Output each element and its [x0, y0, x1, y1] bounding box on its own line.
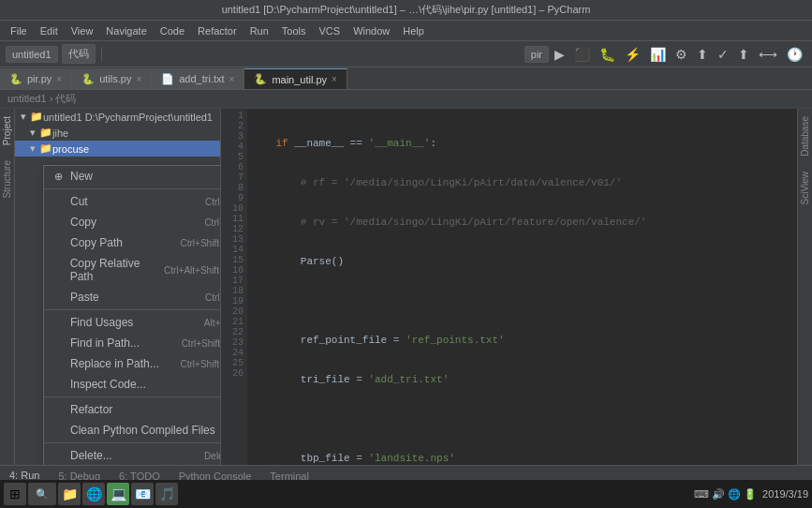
browser-taskbar[interactable]: 🌐 — [82, 483, 105, 505]
ctx-sep-1 — [44, 188, 221, 189]
ctx-copy-relative[interactable]: Copy Relative Path Ctrl+Alt+Shift+C — [44, 253, 221, 287]
ctx-paste-label: Paste — [70, 291, 99, 304]
menu-refactor[interactable]: Refactor — [191, 23, 244, 38]
tab-main-util-icon: 🐍 — [254, 73, 267, 85]
menu-run[interactable]: Run — [244, 23, 275, 38]
tab-main-util-label: main_util.py — [272, 74, 327, 85]
tab-utils-icon: 🐍 — [81, 73, 95, 85]
tab-main-util-close[interactable]: × — [332, 74, 337, 84]
ctx-copy-path[interactable]: Copy Path Ctrl+Shift+C — [44, 232, 221, 253]
tab-add-tri[interactable]: 📄 add_tri.txt × — [152, 68, 244, 89]
ctx-clean-compiled[interactable]: Clean Python Compiled Files — [44, 420, 221, 441]
file-explorer-taskbar[interactable]: 📁 — [58, 483, 81, 505]
ctx-new[interactable]: ⊕ New ▶ — [44, 166, 221, 187]
tab-add-tri-close[interactable]: × — [229, 74, 235, 84]
ctx-find-usages[interactable]: Find Usages Alt+F7 — [44, 312, 221, 333]
tab-pir-close[interactable]: × — [56, 74, 62, 84]
ctx-sep-2 — [44, 309, 221, 310]
menu-bar: File Edit View Navigate Code Refactor Ru… — [0, 21, 812, 41]
tree-item-jihe[interactable]: ▾ 📁 jihe — [15, 125, 220, 141]
menu-file[interactable]: File — [4, 23, 34, 38]
breadcrumb-bar: untitled1 › 代码 — [0, 90, 812, 109]
run-config-label[interactable]: pir — [524, 46, 549, 63]
ctx-delete[interactable]: Delete... Delete — [44, 445, 221, 465]
menu-view[interactable]: View — [65, 23, 100, 38]
tree-project-label: untitled1 D:\PycharmProject\untitled1 — [43, 112, 213, 123]
tree-item-root[interactable]: ▾ 📁 untitled1 D:\PycharmProject\untitled… — [15, 109, 220, 125]
debug-button[interactable]: 🐛 — [596, 46, 619, 63]
tree-jihe-expand: ▾ — [30, 127, 36, 139]
title-bar: untitled1 [D:\PycharmProject\untitled1] … — [0, 0, 812, 21]
ctx-copy-relative-label: Copy Relative Path — [70, 257, 164, 283]
toolbar: untitled1 代码 pir ▶ ⬛ 🐛 ⚡ 📊 ⚙ ⬆ ✓ ⬆ ⟷ 🕐 — [0, 41, 812, 67]
history-button[interactable]: 🕐 — [783, 46, 806, 63]
tree-project-icon: 📁 — [30, 111, 43, 123]
tab-utils[interactable]: 🐍 utils.py × — [72, 68, 152, 89]
ctx-sep-4 — [44, 442, 221, 443]
ctx-replace-in-path-label: Replace in Path... — [70, 357, 159, 370]
line-numbers: 12345 678910 1112131415 1617181920 21222… — [221, 109, 247, 465]
project-selector[interactable]: untitled1 — [6, 46, 58, 63]
right-tab-database[interactable]: Database — [798, 109, 812, 164]
ctx-cut[interactable]: Cut Ctrl+X — [44, 191, 221, 212]
email-taskbar[interactable]: 📧 — [131, 483, 154, 505]
ctx-inspect-code[interactable]: Inspect Code... — [44, 374, 221, 395]
git-update-button[interactable]: ⬆ — [693, 46, 712, 63]
ctx-delete-label: Delete... — [70, 449, 112, 462]
music-taskbar[interactable]: 🎵 — [155, 483, 178, 505]
menu-edit[interactable]: Edit — [34, 23, 65, 38]
ctx-copy-path-shortcut: Ctrl+Shift+C — [181, 238, 221, 248]
ctx-replace-in-path-shortcut: Ctrl+Shift+R — [181, 359, 221, 369]
ctx-delete-shortcut: Delete — [204, 451, 221, 461]
stop-button[interactable]: ⬛ — [570, 46, 594, 63]
tree-jihe-label: jihe — [52, 127, 68, 139]
git-push-button[interactable]: ⬆ — [734, 46, 753, 63]
code-editor[interactable]: 12345 678910 1112131415 1617181920 21222… — [221, 109, 797, 465]
ide-taskbar[interactable]: 💻 — [107, 483, 129, 505]
run-button[interactable]: ▶ — [551, 46, 568, 63]
right-panel: Database SciView — [797, 109, 812, 465]
tree-procuse-label: procuse — [52, 143, 89, 155]
menu-window[interactable]: Window — [347, 23, 396, 38]
tab-utils-label: utils.py — [99, 73, 131, 84]
toolbar-separator — [101, 47, 102, 62]
tree-item-procuse[interactable]: ▾ 📁 procuse — [15, 141, 220, 157]
ctx-clean-label: Clean Python Compiled Files — [70, 424, 215, 437]
search-taskbar[interactable]: 🔍 — [28, 483, 56, 505]
tree-jihe-icon: 📁 — [39, 127, 52, 139]
code-content: if __name__ == '__main__': # rf = '/medi… — [247, 109, 797, 465]
ctx-find-usages-label: Find Usages — [70, 316, 133, 329]
start-button[interactable]: ⊞ — [4, 483, 26, 505]
ctx-find-in-path[interactable]: Find in Path... Ctrl+Shift+F — [44, 333, 221, 353]
settings-button[interactable]: ⚙ — [672, 46, 691, 63]
profile-button[interactable]: ⚡ — [621, 46, 644, 63]
ctx-refactor-label: Refactor — [70, 403, 112, 416]
path-selector[interactable]: 代码 — [62, 44, 96, 64]
ctx-refactor[interactable]: Refactor ▶ — [44, 399, 221, 420]
coverage-button[interactable]: 📊 — [646, 46, 670, 63]
menu-vcs[interactable]: VCS — [313, 23, 347, 38]
right-tab-sciview[interactable]: SciView — [798, 164, 812, 212]
menu-help[interactable]: Help — [396, 23, 431, 38]
tab-bar: 🐍 pir.py × 🐍 utils.py × 📄 add_tri.txt × … — [0, 67, 812, 90]
ctx-copy[interactable]: Copy Ctrl+C — [44, 212, 221, 232]
git-commit-button[interactable]: ✓ — [714, 46, 732, 63]
tray-icons: ⌨ 🔊 🌐 🔋 — [694, 488, 757, 501]
tab-add-tri-icon: 📄 — [161, 73, 174, 85]
menu-navigate[interactable]: Navigate — [99, 23, 153, 38]
project-sidebar: ▾ 📁 untitled1 D:\PycharmProject\untitled… — [15, 109, 221, 465]
ctx-replace-in-path[interactable]: Replace in Path... Ctrl+Shift+R — [44, 353, 221, 374]
window-title: untitled1 [D:\PycharmProject\untitled1] … — [7, 3, 805, 17]
tab-utils-close[interactable]: × — [136, 74, 141, 84]
system-tray: ⌨ 🔊 🌐 🔋 2019/3/19 — [694, 488, 808, 501]
menu-code[interactable]: Code — [154, 23, 191, 38]
tree-procuse-icon: 📁 — [39, 142, 52, 155]
menu-tools[interactable]: Tools — [275, 23, 313, 38]
tab-main-util[interactable]: 🐍 main_util.py × — [244, 68, 347, 89]
left-tab-structure[interactable]: Structure — [0, 153, 14, 206]
diff-button[interactable]: ⟷ — [755, 46, 781, 63]
tab-pir[interactable]: 🐍 pir.py × — [0, 68, 72, 89]
ctx-new-icon: ⊕ — [52, 171, 65, 183]
ctx-paste[interactable]: Paste Ctrl+V — [44, 287, 221, 307]
left-tab-project[interactable]: Project — [0, 109, 14, 153]
